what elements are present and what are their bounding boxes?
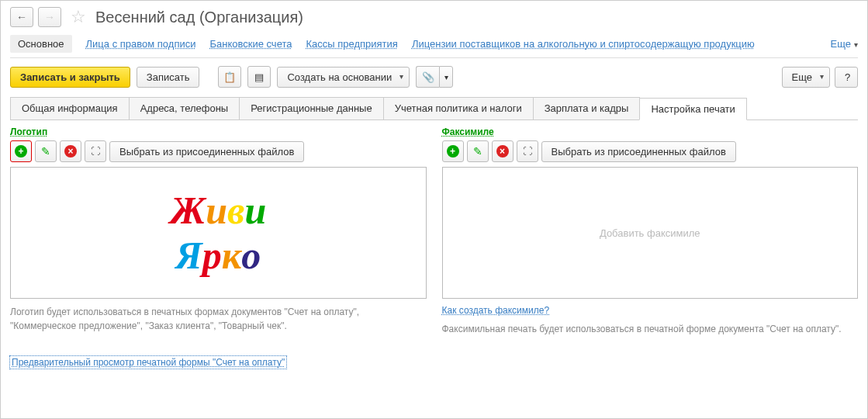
tab-accounting[interactable]: Учетная политика и налоги: [383, 97, 534, 119]
list-button[interactable]: ▤: [247, 66, 271, 88]
tab-payroll[interactable]: Зарплата и кадры: [533, 97, 641, 119]
fax-add-button[interactable]: +: [442, 140, 464, 162]
nav-forward-button[interactable]: →: [38, 7, 61, 27]
fax-crop-button[interactable]: ⛶: [517, 140, 538, 162]
tab-general[interactable]: Общая информация: [10, 97, 130, 119]
save-close-button[interactable]: Записать и закрыть: [10, 67, 130, 88]
pencil-icon: ✎: [41, 145, 50, 158]
copy-icon: 📋: [223, 71, 236, 83]
logo-crop-button[interactable]: ⛶: [85, 140, 106, 162]
save-button[interactable]: Записать: [137, 67, 200, 88]
attach-button[interactable]: 📎: [416, 66, 439, 88]
attach-icon: 📎: [422, 71, 434, 83]
logo-edit-button[interactable]: ✎: [35, 140, 57, 162]
tab-addresses[interactable]: Адреса, телефоны: [129, 97, 240, 119]
nav-back-button[interactable]: ←: [10, 7, 33, 27]
logo-title: Логотип: [10, 126, 427, 137]
attach-dropdown[interactable]: ▾: [439, 66, 453, 88]
plus-icon: +: [15, 145, 27, 158]
nav-main[interactable]: Основное: [10, 35, 72, 53]
fax-title: Факсимиле: [442, 126, 859, 137]
tab-reg[interactable]: Регистрационные данные: [239, 97, 383, 119]
logo-preview-link[interactable]: Предварительный просмотр печатной формы …: [10, 356, 286, 369]
logo-image: Живи Ярко: [170, 188, 266, 278]
fax-placeholder: Добавить факсимиле: [600, 227, 700, 239]
list-icon: ▤: [254, 71, 264, 83]
nav-cash[interactable]: Кассы предприятия: [306, 38, 397, 50]
tabs: Общая информация Адреса, телефоны Регист…: [10, 97, 858, 120]
fax-how-link[interactable]: Как создать факсимиле?: [442, 305, 550, 316]
nav-more[interactable]: Еще▾: [831, 38, 858, 50]
crop-icon: ⛶: [523, 146, 532, 157]
chevron-down-icon: ▾: [444, 73, 448, 81]
logo-desc: Логотип будет использоваться в печатных …: [10, 305, 427, 333]
crop-icon: ⛶: [91, 146, 100, 157]
fax-choose-button[interactable]: Выбрать из присоединенных файлов: [541, 141, 736, 162]
logo-preview: Живи Ярко: [10, 167, 427, 299]
chevron-down-icon: ▾: [854, 40, 858, 49]
toolbar: Записать и закрыть Записать 📋 ▤ Создать …: [10, 66, 858, 88]
arrow-left-icon: ←: [16, 11, 27, 23]
logo-choose-button[interactable]: Выбрать из присоединенных файлов: [109, 141, 304, 162]
more-button[interactable]: Еще: [782, 67, 830, 88]
create-based-button[interactable]: Создать на основании: [277, 67, 410, 88]
x-icon: ×: [64, 145, 77, 158]
star-icon[interactable]: ☆: [71, 7, 86, 27]
arrow-right-icon: →: [44, 11, 55, 23]
copy-button[interactable]: 📋: [218, 66, 241, 88]
plus-icon: +: [447, 145, 459, 158]
fax-edit-button[interactable]: ✎: [467, 140, 489, 162]
logo-delete-button[interactable]: ×: [60, 140, 81, 162]
x-icon: ×: [496, 145, 509, 158]
nav-licenses[interactable]: Лицензии поставщиков на алкогольную и сп…: [412, 38, 755, 50]
nav-signers[interactable]: Лица с правом подписи: [86, 38, 196, 50]
tab-print[interactable]: Настройка печати: [639, 98, 746, 120]
fax-preview[interactable]: Добавить факсимиле: [442, 167, 859, 299]
help-button[interactable]: ?: [835, 67, 858, 88]
pencil-icon: ✎: [473, 145, 482, 158]
fax-desc: Факсимильная печать будет использоваться…: [442, 322, 859, 336]
fax-section: Факсимиле + ✎ × ⛶ Выбрать из присоединен…: [442, 126, 859, 369]
logo-section: Логотип + ✎ × ⛶ Выбрать из присоединенны…: [10, 126, 427, 369]
fax-delete-button[interactable]: ×: [492, 140, 514, 162]
logo-add-button[interactable]: +: [10, 140, 32, 162]
page-title: Весенний сад (Организация): [95, 9, 303, 26]
attach-split-button[interactable]: 📎 ▾: [416, 66, 453, 88]
nav-bank[interactable]: Банковские счета: [209, 38, 292, 50]
nav-tabs: Основное Лица с правом подписи Банковски…: [10, 35, 858, 58]
